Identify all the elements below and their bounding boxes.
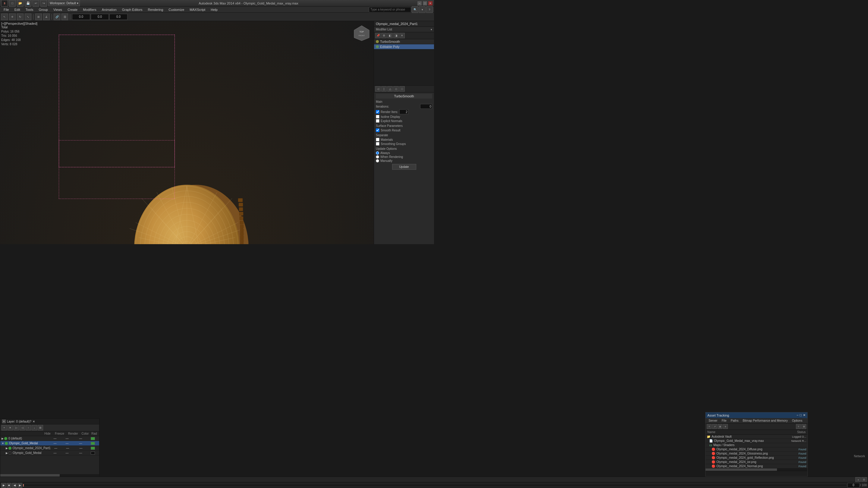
ts-materials-row: Materials [376,138,432,142]
delete-btn[interactable]: ✕ [399,33,405,38]
search-input[interactable] [369,7,411,12]
rotate-btn[interactable]: ↻ [17,13,24,20]
modifier-toolbar: 📌 ⚙ ◧ ◨ ✕ [374,32,434,39]
stats-tris: Tris: 16 056 [1,34,21,38]
ts-render-iters-label: Render Iters: [381,110,398,114]
ts-isoline-row: Isoline Display [376,115,432,119]
svg-rect-40 [240,239,244,243]
save-btn[interactable]: 💾 [25,0,31,7]
toolbar-sep-1 [33,14,33,20]
ts-render-iters-row: Render Iters: [376,109,432,115]
menu-modifiers[interactable]: Modifiers [81,7,99,12]
ts-smooth-result-checkbox[interactable] [376,128,379,132]
config-btn[interactable]: ⚙ [381,33,387,38]
menu-animation[interactable]: Animation [99,7,119,12]
ts-smoothing-groups-checkbox[interactable] [376,142,379,146]
ts-always-radio[interactable] [376,151,379,155]
ts-manually-label: Manually [380,159,393,162]
svg-rect-41 [240,243,244,244]
update-options-title: Update Options [376,147,432,150]
y-coord[interactable] [91,14,109,20]
ts-when-rendering-label: When Rendering [380,155,403,158]
z-coord[interactable] [110,14,127,20]
open-btn[interactable]: 📂 [17,0,24,7]
mod-tb-btn-1[interactable]: ◁ [375,86,381,92]
new-btn[interactable]: □ [9,0,16,7]
ts-materials-label: Materials [381,138,393,141]
menu-views[interactable]: Views [51,7,64,12]
modifier-name-turbosmooth: TurboSmooth [380,40,400,43]
mod-tb-btn-4[interactable]: ◇ [393,86,399,92]
menu-edit[interactable]: Edit [12,7,23,12]
viewcube-svg: TOP FRONT [352,24,371,42]
pin-btn[interactable]: 📌 [375,33,381,38]
close-btn[interactable]: ✕ [428,1,433,6]
stats-edges: Edges: 48 168 [1,38,21,42]
ts-render-iters-checkbox[interactable] [376,110,379,114]
svg-rect-31 [239,203,243,207]
search-opts-btn[interactable]: ▾ [419,6,426,13]
modifier-turbosmooth[interactable]: TurboSmooth [374,39,434,44]
mod-tb-btn-2[interactable]: | [381,86,387,92]
mod-tb-btn-3[interactable]: △ [387,86,393,92]
unlink-btn[interactable]: ⛓ [61,13,68,20]
ts-main-row: Main [376,100,432,104]
ts-explicit-normals-checkbox[interactable] [376,119,379,123]
menu-tools[interactable]: Tools [23,7,36,12]
snap-btn[interactable]: ⊞ [35,13,42,20]
modifier-name-editable-poly: Editable Poly [380,45,399,49]
surface-params-title: Surface Parameters [376,124,432,127]
ts-materials-checkbox[interactable] [376,138,379,141]
minimize-btn[interactable]: − [417,1,422,6]
menu-customize[interactable]: Customize [166,7,187,12]
angle-snap-btn[interactable]: ∡ [43,13,50,20]
menu-graph-editors[interactable]: Graph Editors [120,7,145,12]
ts-manually-radio[interactable] [376,159,379,162]
search-btn[interactable]: 🔍 [412,6,418,13]
ts-isoline-checkbox[interactable] [376,115,379,118]
ts-always-label: Always [380,151,390,155]
redo-btn[interactable]: ↪ [40,0,47,7]
help-search-btn[interactable]: ? [426,6,433,13]
viewcube[interactable]: TOP FRONT [352,24,371,42]
stats-total: Total [1,25,21,30]
mod-tb-btn-5[interactable]: □ [399,86,405,92]
scale-btn[interactable]: ⤡ [25,13,31,20]
menu-rendering[interactable]: Rendering [146,7,166,12]
copy-btn[interactable]: ◧ [387,33,393,38]
ts-when-rendering-row: When Rendering [376,155,432,159]
viewport[interactable]: [+][Perspective][Shaded] Total Polys: 16… [0,21,374,244]
turbosmooth-title: TurboSmooth [376,94,432,98]
menu-maxscript[interactable]: MAXScript [187,7,208,12]
toolbar-sep-2 [52,14,52,20]
ts-isoline-label: Isoline Display [381,115,400,118]
maximize-btn[interactable]: □ [423,1,427,6]
main-toolbar: ↖ ✛ ↻ ⤡ ⊞ ∡ 🔗 ⛓ [0,13,434,21]
undo-btn[interactable]: ↩ [33,0,39,7]
workspace-selector[interactable]: Workspace: Default ▾ [48,0,80,6]
ts-when-rendering-radio[interactable] [376,155,379,158]
move-btn[interactable]: ✛ [9,13,16,20]
link-btn[interactable]: 🔗 [54,13,60,20]
menu-create[interactable]: Create [65,7,80,12]
ts-explicit-normals-row: Explicit Normals [376,119,432,123]
medal-3d [112,168,262,244]
modifier-dot-turbosmooth [376,40,379,43]
ts-smooth-result-label: Smooth Result [381,129,401,132]
svg-rect-38 [240,232,244,236]
ts-render-iters-input[interactable] [399,110,408,114]
svg-rect-32 [239,207,243,211]
menu-file[interactable]: File [1,7,11,12]
viewport-label: [+][Perspective][Shaded] [1,22,37,25]
paste-btn[interactable]: ◨ [393,33,399,38]
menu-group[interactable]: Group [36,7,50,12]
update-button[interactable]: Update [392,164,416,170]
select-btn[interactable]: ↖ [1,13,8,20]
window-title: Autodesk 3ds Max 2014 x64 - Olympic_Gold… [80,1,417,5]
svg-rect-39 [240,236,244,239]
modifier-editable-poly[interactable]: Editable Poly [374,44,434,50]
ts-smooth-result-row: Smooth Result [376,128,432,132]
x-coord[interactable] [72,14,90,20]
menu-help[interactable]: Help [208,7,220,12]
ts-iterations-input[interactable] [420,104,432,109]
